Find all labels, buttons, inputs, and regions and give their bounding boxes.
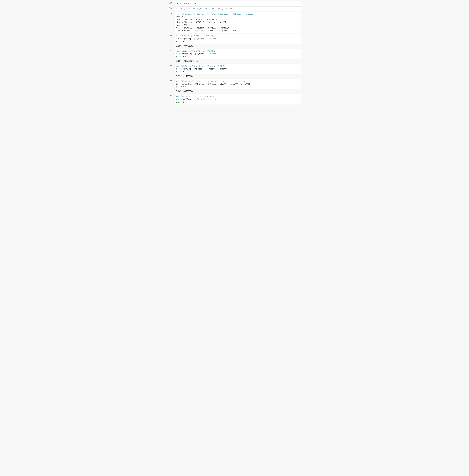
cell-content[interactable]: import numpy as np (175, 1, 301, 6)
cell-label: [33]: (168, 79, 175, 82)
cell-row: [31]:#sin(alp1) m_d/(m_d**2 + m_s**2)*0.… (168, 49, 301, 59)
cell-label: [28]: (168, 6, 175, 9)
cell-label: [30]: (168, 33, 175, 36)
cell-label: [29]: (168, 12, 175, 14)
cell-row: [32]:#cos(alp2) m_b/(m_d**2 +m_s**2 + m_… (168, 64, 301, 74)
cell-row: [28]:# trying m as the projection and no… (168, 6, 301, 11)
cell-content[interactable]: #sin(alp2) (m_d**2 + m_s**2)*0.5/(m_d**2… (175, 79, 301, 89)
cell-label: [34]: (168, 94, 175, 97)
output-value: 0.057699815809278965 (175, 60, 198, 63)
output-value: 0.9983339778128235 (175, 44, 196, 48)
output-row: 0.00539495658506901 (168, 90, 301, 93)
output-value: 0.9997521479566492 (175, 75, 196, 78)
cell-label: [32]: (168, 64, 175, 66)
cell-row: [29]:#values of square root masses :- mh… (168, 12, 301, 33)
output-row: 0.9983339778128235 (168, 44, 301, 48)
cell-label: [27]: (168, 1, 175, 4)
cell-content[interactable]: #cos(alp1) m_s/(m_d**2 + m_s**2)*0.5 a =… (175, 33, 301, 44)
output-row: 0.057699815809278965 (168, 60, 301, 63)
cell-content[interactable]: #cos(beta1) m_c/(m_c**2 + m_u**2)*0.5 c … (175, 94, 301, 104)
cell-content[interactable]: #values of square root masses :- mhsq me… (175, 12, 301, 33)
cell-content[interactable]: #sin(alp1) m_d/(m_d**2 + m_s**2)*0.5 a1 … (175, 49, 301, 59)
cell-content[interactable]: #cos(alp2) m_b/(m_d**2 +m_s**2 + m_b**2)… (175, 64, 301, 74)
cell-row: [33]:#sin(alp2) (m_d**2 + m_s**2)*0.5/(m… (168, 79, 301, 89)
cell-row: [30]:#cos(alp1) m_s/(m_d**2 + m_s**2)*0.… (168, 33, 301, 44)
cell-row: [27]:import numpy as np (168, 1, 301, 6)
cell-content[interactable]: # trying m as the projection and not the… (175, 6, 301, 11)
output-row: 0.9997521479566492 (168, 75, 301, 78)
cell-label: [31]: (168, 49, 175, 51)
output-value: 0.00539495658506901 (175, 90, 197, 93)
notebook: [27]:import numpy as np[28]:# trying m a… (168, 1, 301, 104)
cell-row: [34]:#cos(beta1) m_c/(m_c**2 + m_u**2)*0… (168, 94, 301, 104)
